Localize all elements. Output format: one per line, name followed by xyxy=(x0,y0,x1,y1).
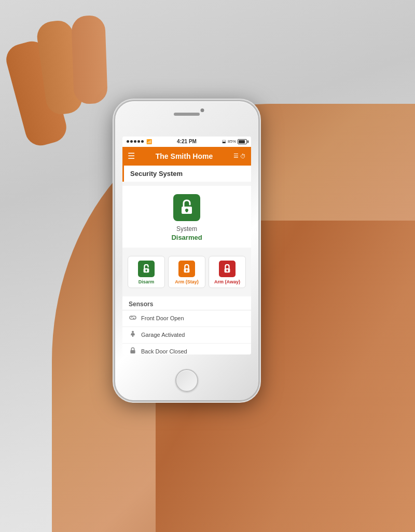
link-icon xyxy=(129,314,136,321)
signal-dot-1 xyxy=(127,140,129,143)
camera xyxy=(201,108,204,112)
garage-icon xyxy=(129,331,137,339)
svg-point-12 xyxy=(132,331,134,333)
sensors-panel: Sensors Front Door Open xyxy=(122,296,251,354)
wifi-icon: 📶 xyxy=(146,139,152,144)
arm-away-icon-bg xyxy=(219,261,236,277)
motion-icon xyxy=(129,331,136,338)
sensor-item-garage[interactable]: Garage Activated xyxy=(122,327,251,344)
battery-fill xyxy=(239,140,245,143)
disarmed-lock-icon xyxy=(173,194,200,221)
home-button[interactable] xyxy=(175,369,198,392)
signal-dot-2 xyxy=(130,140,133,143)
arm-stay-icon-bg xyxy=(178,261,195,277)
signal-dot-4 xyxy=(137,140,140,143)
battery-percent: 85% xyxy=(228,139,236,144)
lock-closed-small-icon xyxy=(130,347,136,354)
arm-away-lock-svg xyxy=(223,264,231,274)
nav-right-icon[interactable]: ☰ ⏱ xyxy=(233,153,246,159)
arm-away-label: Arm (Away) xyxy=(214,279,240,284)
security-header: Security System xyxy=(122,166,251,182)
sensor-item-front-door[interactable]: Front Door Open xyxy=(122,310,251,327)
list-icon: ☰ xyxy=(233,153,239,159)
nav-title: The Smith Home xyxy=(156,152,213,160)
lock-open-svg xyxy=(179,199,194,216)
garage-text: Garage Activated xyxy=(141,332,185,338)
arm-stay-button[interactable]: Arm (Stay) xyxy=(168,256,205,288)
arm-buttons-row: Disarm Arm (Stay) xyxy=(122,252,251,292)
svg-rect-11 xyxy=(227,270,228,271)
disarm-lock-svg xyxy=(142,264,150,274)
sensor-item-back-door[interactable]: Back Door Closed xyxy=(122,344,251,354)
battery-icon xyxy=(238,139,247,144)
disarm-icon-bg xyxy=(138,261,155,277)
section-title: Security System xyxy=(130,170,183,178)
svg-rect-2 xyxy=(186,210,188,212)
back-door-text: Back Door Closed xyxy=(141,348,187,354)
signal-dot-5 xyxy=(141,140,144,143)
svg-rect-8 xyxy=(186,270,187,271)
back-door-icon xyxy=(129,347,137,354)
content-area: Security System xyxy=(122,166,251,354)
system-label: System xyxy=(176,225,197,233)
sensors-header: Sensors xyxy=(122,296,251,310)
clock-icon: ⏱ xyxy=(240,153,246,159)
system-status-value: Disarmed xyxy=(171,234,202,241)
system-status-panel: System Disarmed xyxy=(122,186,251,248)
iphone-shell: 📶 4:21 PM ⬓ 85% ☰ The Smith Home ☰ ⏱ xyxy=(114,100,259,401)
status-right: ⬓ 85% xyxy=(222,139,247,144)
bluetooth-icon: ⬓ xyxy=(222,139,226,144)
svg-rect-13 xyxy=(130,350,135,353)
disarm-button[interactable]: Disarm xyxy=(128,256,165,288)
signal-area: 📶 xyxy=(127,139,152,144)
status-time: 4:21 PM xyxy=(177,139,197,144)
front-door-text: Front Door Open xyxy=(141,315,184,321)
speaker xyxy=(174,113,200,116)
arm-stay-label: Arm (Stay) xyxy=(175,279,199,284)
disarm-label: Disarm xyxy=(139,279,155,284)
arm-away-button[interactable]: Arm (Away) xyxy=(209,256,246,288)
status-bar: 📶 4:21 PM ⬓ 85% xyxy=(122,137,251,147)
menu-icon[interactable]: ☰ xyxy=(128,151,135,161)
signal-dot-3 xyxy=(134,140,136,143)
screen: 📶 4:21 PM ⬓ 85% ☰ The Smith Home ☰ ⏱ xyxy=(122,137,251,354)
nav-bar: ☰ The Smith Home ☰ ⏱ xyxy=(122,147,251,166)
svg-rect-5 xyxy=(146,270,147,271)
front-door-icon xyxy=(129,314,137,323)
arm-stay-lock-svg xyxy=(183,264,191,274)
